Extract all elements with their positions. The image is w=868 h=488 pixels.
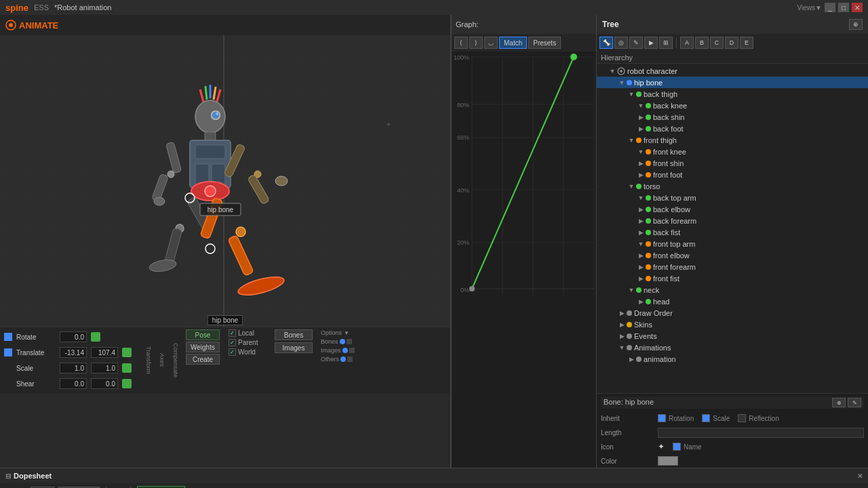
translate-x-input[interactable] (60, 347, 87, 358)
maximize-button[interactable]: □ (838, 3, 849, 12)
tree-item-animations[interactable]: ▼ Animations (597, 342, 868, 353)
bone-info-buttons: ⊕ ✎ (832, 398, 861, 407)
bone-info-btn1[interactable]: ⊕ (832, 398, 846, 407)
tree-robot-character-label: robot character (627, 67, 677, 75)
skins-expand: ▶ (618, 321, 625, 328)
space-controls: Local Parent World (229, 329, 269, 391)
tree-front-foot-label: front foot (653, 171, 682, 179)
tree-item-front-forearm[interactable]: ▶ front forearm (597, 261, 868, 272)
tree-btn1[interactable]: ⊕ (849, 19, 863, 30)
tree-item-back-fist[interactable]: ▶ back fist (597, 226, 868, 238)
tree-item-hip-bone[interactable]: ▼ hip bone (597, 77, 868, 88)
local-checkbox[interactable] (229, 329, 236, 337)
tree-item-head[interactable]: ▶ head (597, 296, 868, 307)
tree-item-front-thigh[interactable]: ▼ front thigh (597, 134, 868, 146)
tree-item-skins[interactable]: ▶ Skins (597, 319, 868, 330)
dopesheet-close-icon[interactable]: ✕ (857, 472, 863, 480)
tree-item-back-foot[interactable]: ▶ back foot (597, 123, 868, 134)
bone-info-btn2[interactable]: ✎ (848, 398, 861, 407)
scale-checkbox[interactable] (702, 414, 710, 422)
shear-x-input[interactable] (60, 378, 87, 389)
tree-tool6[interactable]: A (680, 37, 694, 49)
rotation-checkbox[interactable] (658, 414, 666, 422)
graph-btn2[interactable]: ⟩ (469, 37, 483, 49)
tree-content[interactable]: ▼ robot character ▼ hip bone ▼ back thig… (597, 64, 868, 393)
tree-item-back-knee[interactable]: ▼ back knee (597, 100, 868, 111)
tree-tool8[interactable]: C (710, 37, 724, 49)
bones-option: Bones (321, 338, 355, 345)
pose-button[interactable]: Pose (186, 329, 220, 340)
tree-tool1[interactable]: 🦴 (599, 37, 613, 49)
tree-front-thigh-label: front thigh (644, 136, 677, 144)
local-checkbox-label[interactable]: Local (229, 329, 269, 337)
front-knee-expand: ▼ (637, 148, 644, 155)
tree-front-fist-label: front fist (653, 274, 679, 283)
tree-tool9[interactable]: D (725, 37, 738, 49)
tree-back-shin-label: back shin (653, 113, 684, 121)
tree-item-front-fist[interactable]: ▶ front fist (597, 272, 868, 284)
tree-back-forearm-label: back forearm (653, 217, 696, 225)
animation-expand: ▶ (628, 356, 635, 363)
tree-item-back-top-arm[interactable]: ▼ back top arm (597, 192, 868, 203)
rotate-value-input[interactable] (60, 331, 87, 342)
graph-match-btn[interactable]: Match (499, 37, 527, 49)
parent-checkbox-label[interactable]: Parent (229, 339, 269, 346)
animations-dot (627, 345, 632, 350)
parent-label: Parent (238, 339, 258, 346)
tree-item-torso[interactable]: ▼ torso (597, 180, 868, 192)
translate-y-input[interactable] (91, 347, 118, 358)
close-button[interactable]: ✕ (852, 3, 863, 12)
viewport-panel: ANIMATE (0, 15, 451, 468)
tree-item-back-elbow[interactable]: ▶ back elbow (597, 203, 868, 215)
tree-tool5[interactable]: ⊞ (659, 37, 673, 49)
tree-item-animation[interactable]: ▶ animation (597, 353, 868, 365)
parent-checkbox[interactable] (229, 339, 236, 346)
tree-tool4[interactable]: ▶ (644, 37, 658, 49)
create-button[interactable]: Create (186, 354, 220, 365)
viewport-canvas[interactable]: hip bone + hip bone (0, 35, 450, 327)
dopesheet-collapse-icon[interactable]: ⊟ (5, 472, 11, 480)
tree-item-events[interactable]: ▶ Events (597, 330, 868, 342)
front-thigh-expand: ▼ (628, 137, 635, 144)
tree-item-front-elbow[interactable]: ▶ front elbow (597, 249, 868, 261)
tree-item-neck[interactable]: ▼ neck (597, 284, 868, 296)
tree-item-front-knee[interactable]: ▼ front knee (597, 146, 868, 157)
tree-item-front-foot[interactable]: ▶ front foot (597, 169, 868, 180)
tree-item-back-thigh[interactable]: ▼ back thigh (597, 88, 868, 100)
tree-item-robot-character[interactable]: ▼ robot character (597, 65, 868, 77)
scale-x-input[interactable] (60, 363, 87, 373)
tree-item-draw-order[interactable]: ▶ Draw Order (597, 307, 868, 319)
world-checkbox-label[interactable]: World (229, 348, 269, 356)
tree-tool7[interactable]: B (695, 37, 709, 49)
hip-bone-dot (627, 80, 632, 85)
head-dot (646, 299, 651, 304)
tree-tool10[interactable]: E (740, 37, 753, 49)
tree-tool3[interactable]: ✎ (629, 37, 643, 49)
tree-item-front-shin[interactable]: ▶ front shin (597, 157, 868, 169)
back-shin-dot (646, 115, 651, 120)
tree-tool2[interactable]: ◎ (614, 37, 628, 49)
world-checkbox[interactable] (229, 348, 236, 356)
color-swatch[interactable] (658, 456, 678, 466)
weights-button[interactable]: Weights (186, 342, 220, 352)
tree-item-back-forearm[interactable]: ▶ back forearm (597, 215, 868, 226)
app-version: ESS (34, 3, 49, 12)
scale-y-input[interactable] (91, 363, 118, 373)
bones-button[interactable]: Bones (275, 329, 313, 340)
tree-item-back-shin[interactable]: ▶ back shin (597, 111, 868, 123)
tree-hip-bone-label: hip bone (634, 79, 663, 87)
views-label: Views▼ (797, 4, 822, 12)
shear-y-input[interactable] (91, 378, 118, 389)
graph-btn3[interactable]: ◡ (484, 37, 498, 49)
reflection-checkbox[interactable] (738, 414, 746, 422)
graph-presets-btn[interactable]: Presets (528, 37, 561, 49)
minimize-button[interactable]: _ (825, 3, 835, 12)
graph-btn1[interactable]: ⟨ (454, 37, 468, 49)
tree-front-shin-label: front shin (653, 159, 684, 167)
length-input[interactable] (658, 428, 864, 438)
images-button[interactable]: Images (275, 342, 313, 353)
graph-canvas: 100% 80% 66% 40% 20% 0% (452, 52, 596, 468)
tree-item-front-top-arm[interactable]: ▼ front top arm (597, 238, 868, 249)
name-checkbox[interactable] (673, 443, 681, 451)
titlebar-left: spine ESS *Robot animation (5, 3, 111, 13)
